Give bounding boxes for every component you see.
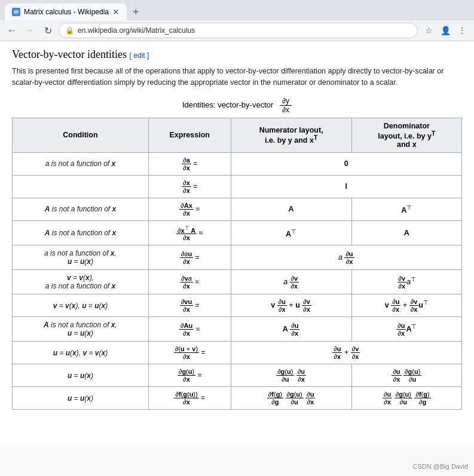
numerator-cell: 0 <box>231 152 461 175</box>
expression-cell: ∂a ∂x = <box>148 152 231 175</box>
table-row: a is not a function of x,u = u(x) ∂au ∂x… <box>13 245 462 270</box>
condition-cell: a is not a function of x <box>13 152 149 175</box>
col-header-condition: Condition <box>13 118 149 152</box>
url-text: en.wikipedia.org/wiki/Matrix_calculus <box>78 26 411 35</box>
reload-button[interactable]: ↻ <box>41 23 55 38</box>
table-row: v = v(x), u = u(x) ∂vu ∂x = v ∂u ∂x + u <box>13 294 462 317</box>
numerator-cell: A <box>231 198 351 220</box>
bookmark-button[interactable]: ☆ <box>421 23 436 38</box>
identities-table: Condition Expression Numerator layout,i.… <box>12 118 462 410</box>
denominator-cell: ∂v ∂x a⊤ <box>351 270 461 294</box>
expression-cell: ∂Au ∂x = <box>148 317 231 342</box>
denominator-cell: ∂u ∂x A⊤ <box>351 317 461 342</box>
numerator-cell: a ∂u ∂x <box>231 245 461 270</box>
numerator-cell: I <box>231 175 461 198</box>
condition-cell <box>13 175 149 198</box>
condition-cell: v = v(x), u = u(x) <box>13 294 149 317</box>
table-row: u = u(x), v = v(x) ∂(u + v) ∂x = ∂u ∂x + <box>13 342 462 364</box>
table-row: u = u(x) ∂g(u) ∂x = ∂g(u) ∂u ∂u ∂x <box>13 364 462 387</box>
condition-cell: u = u(x), v = v(x) <box>13 342 149 364</box>
table-caption: Identities: vector-by-vector ∂y ∂x <box>12 97 462 114</box>
expression-cell: ∂x⊤ A ∂x = <box>148 220 231 245</box>
section-title: Vector-by-vector identities [ edit ] <box>12 48 462 61</box>
browser-chrome: W Matrix calculus - Wikipedia ✕ + ← → ↻ … <box>0 0 474 41</box>
tab-favicon: W <box>12 8 20 16</box>
table-row: v = v(x),a is not a function of x ∂va ∂x… <box>13 270 462 294</box>
new-tab-button[interactable]: + <box>129 6 143 19</box>
forward-button[interactable]: → <box>23 23 37 38</box>
denominator-cell: ∂u ∂x ∂g(u) ∂u <box>351 364 461 387</box>
expression-cell: ∂vu ∂x = <box>148 294 231 317</box>
page-content: Vector-by-vector identities [ edit ] Thi… <box>0 41 474 447</box>
denominator-cell: A⊤ <box>351 198 461 220</box>
tab-title: Matrix calculus - Wikipedia <box>24 8 109 16</box>
expression-cell: ∂(u + v) ∂x = <box>148 342 231 364</box>
numerator-cell: v ∂u ∂x + u ∂v ∂x <box>231 294 351 317</box>
denominator-cell: A <box>351 220 461 245</box>
table-row: u = u(x) ∂f(g(u)) ∂x = ∂f(g) ∂g ∂g(u) <box>13 387 462 410</box>
condition-cell: v = v(x),a is not a function of x <box>13 270 149 294</box>
back-button[interactable]: ← <box>5 23 19 38</box>
profile-button[interactable]: 👤 <box>438 23 452 38</box>
denominator-cell: v ∂u ∂x + ∂v ∂x u⊤ <box>351 294 461 317</box>
condition-cell: u = u(x) <box>13 387 149 410</box>
expression-cell: ∂Ax ∂x = <box>148 198 231 220</box>
intro-text: This is presented first because all of t… <box>12 66 462 88</box>
col-header-expression: Expression <box>148 118 231 152</box>
numerator-cell: a ∂v ∂x <box>231 270 351 294</box>
numerator-cell: A⊤ <box>231 220 351 245</box>
condition-cell: a is not a function of x,u = u(x) <box>13 245 149 270</box>
active-tab[interactable]: W Matrix calculus - Wikipedia ✕ <box>5 4 127 20</box>
condition-cell: u = u(x) <box>13 364 149 387</box>
lock-icon: 🔒 <box>65 26 74 35</box>
expression-cell: ∂x ∂x = <box>148 175 231 198</box>
col-header-denominator: Denominatorlayout, i.e. by yTand x <box>351 118 461 152</box>
table-row: A is not a function of x ∂Ax ∂x = A A⊤ <box>13 198 462 220</box>
tab-close-button[interactable]: ✕ <box>112 7 120 17</box>
address-bar[interactable]: 🔒 en.wikipedia.org/wiki/Matrix_calculus <box>59 23 418 38</box>
numerator-cell: ∂f(g) ∂g ∂g(u) ∂u ∂u ∂x <box>231 387 351 410</box>
table-row: a is not a function of x ∂a ∂x = 0 <box>13 152 462 175</box>
condition-cell: A is not a function of x,u = u(x) <box>13 317 149 342</box>
numerator-cell: ∂g(u) ∂u ∂u ∂x <box>231 364 351 387</box>
expression-cell: ∂au ∂x = <box>148 245 231 270</box>
nav-bar: ← → ↻ 🔒 en.wikipedia.org/wiki/Matrix_cal… <box>0 20 474 41</box>
menu-button[interactable]: ⋮ <box>455 23 469 38</box>
expression-cell: ∂g(u) ∂x = <box>148 364 231 387</box>
expression-cell: ∂f(g(u)) ∂x = <box>148 387 231 410</box>
table-row: A is not a function of x ∂x⊤ A ∂x = A⊤ A <box>13 220 462 245</box>
nav-icons: ☆ 👤 ⋮ <box>421 23 469 38</box>
tab-bar: W Matrix calculus - Wikipedia ✕ + <box>0 0 474 20</box>
col-header-numerator: Numerator layout,i.e. by y and xT <box>231 118 351 152</box>
numerator-cell: A ∂u ∂x <box>231 317 351 342</box>
condition-cell: A is not a function of x <box>13 198 149 220</box>
expression-cell: ∂va ∂x = <box>148 270 231 294</box>
numerator-cell: ∂u ∂x + ∂v ∂x <box>231 342 461 364</box>
table-row: ∂x ∂x = I <box>13 175 462 198</box>
condition-cell: A is not a function of x <box>13 220 149 245</box>
edit-link[interactable]: [ edit ] <box>130 51 149 60</box>
denominator-cell: ∂u ∂x ∂g(u) ∂u ∂f(g) ∂g <box>351 387 461 410</box>
table-row: A is not a function of x,u = u(x) ∂Au ∂x… <box>13 317 462 342</box>
